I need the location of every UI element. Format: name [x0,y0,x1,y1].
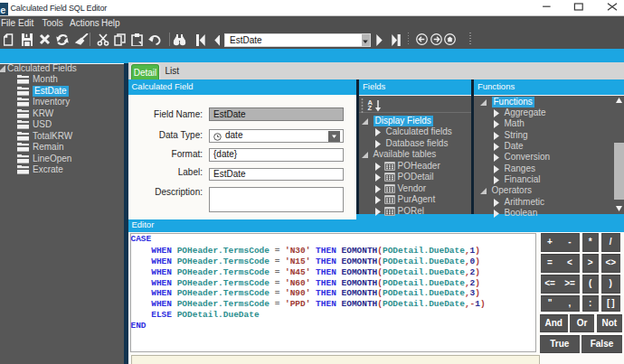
svg-text:e: e [0,5,5,15]
